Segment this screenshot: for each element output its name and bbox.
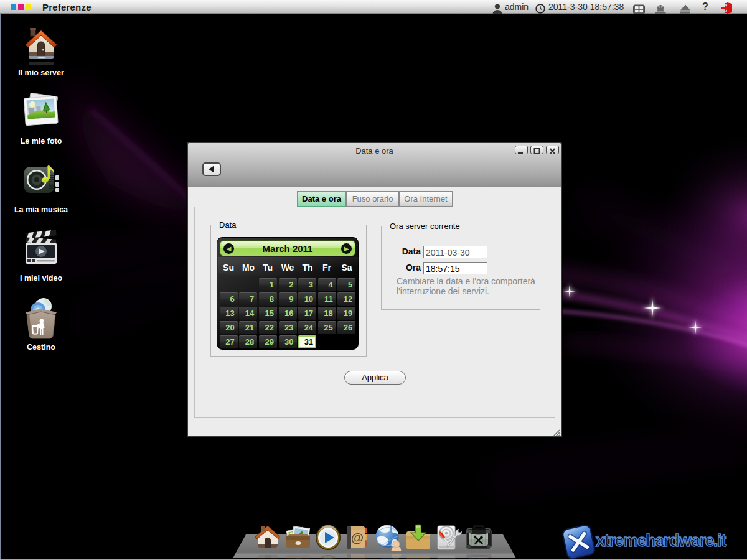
svg-text:xtremehardware.it: xtremehardware.it (596, 531, 726, 550)
svg-text:@: @ (351, 530, 364, 544)
